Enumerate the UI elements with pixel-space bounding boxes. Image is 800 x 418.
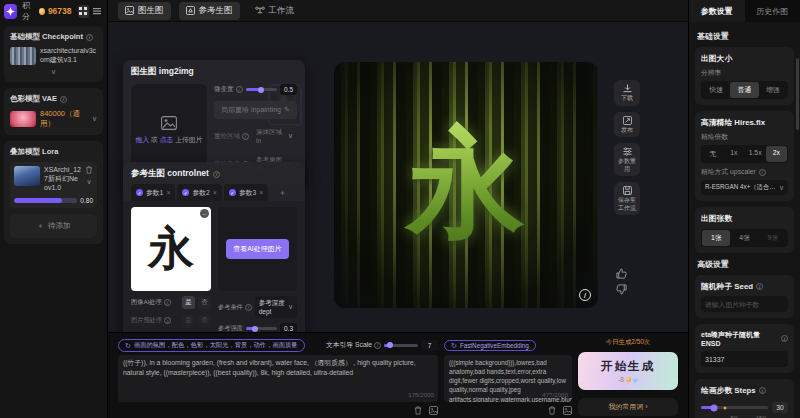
reuse-params-button[interactable]: 参数重用 (614, 143, 640, 176)
positive-prompt-input[interactable]: ((竹子)), in a blooming garden, (fresh and… (118, 355, 438, 402)
info-icon[interactable] (759, 387, 766, 394)
info-icon[interactable] (213, 171, 220, 178)
count-1[interactable]: 1张 (702, 230, 730, 246)
save-image-icon[interactable] (563, 406, 572, 415)
info-icon[interactable] (60, 96, 67, 103)
lora-weight-slider[interactable]: 0.80 (14, 197, 93, 204)
slider-thumb[interactable] (258, 87, 264, 93)
controlnet-tab-2[interactable]: 参数2 (177, 184, 221, 201)
trash-icon[interactable] (548, 406, 556, 415)
reference-image[interactable]: 永 − (131, 207, 211, 291)
favorite-words-button[interactable]: 我的常用词 › (578, 398, 678, 416)
hires-2x[interactable]: 2x (766, 146, 787, 162)
resolution-fast[interactable]: 快速 (702, 82, 730, 98)
save-image-icon[interactable] (429, 406, 438, 415)
info-icon[interactable] (756, 283, 763, 290)
generate-button[interactable]: 开始生成 -8 (578, 352, 678, 390)
resolution-normal[interactable]: 普通 (730, 82, 758, 98)
thumbs-up-icon[interactable] (616, 268, 627, 279)
slider-thumb[interactable] (711, 404, 718, 411)
hires-scale-label: 精绘倍数 (701, 132, 788, 142)
tab-parameters[interactable]: 参数设置 (689, 0, 745, 22)
cfg-scale-slider[interactable] (384, 344, 418, 347)
condition-select[interactable]: 参考深度 dept (255, 296, 297, 318)
chevron-down-icon[interactable] (86, 178, 91, 186)
info-icon[interactable] (781, 335, 788, 342)
seed-input[interactable] (701, 296, 788, 312)
settings-body: 基础设置 出图大小 分辨率 快速 普通 增强 高清精绘 Hires.fix 精绘… (689, 22, 800, 418)
add-lora-button[interactable]: ＋ 待添加 (10, 214, 97, 238)
slider-thumb[interactable] (387, 342, 393, 348)
info-icon[interactable] (164, 317, 171, 324)
positive-char-count: 175/2000 (408, 391, 434, 400)
close-icon[interactable] (213, 189, 217, 196)
generated-image[interactable]: 永 i (334, 62, 598, 308)
count-9[interactable]: 9张 (759, 230, 787, 246)
info-icon[interactable] (164, 299, 171, 306)
vae-select[interactable]: 840000（通用） (10, 109, 97, 129)
image-info-icon[interactable]: i (579, 289, 591, 301)
slider-thumb[interactable] (252, 326, 258, 332)
publish-button[interactable]: 发布 (614, 112, 640, 138)
preprocess-no[interactable]: 否 (198, 314, 211, 327)
slider-track[interactable] (14, 198, 77, 203)
negative-prompt-input[interactable]: (((simple background))),lowres,bad anato… (444, 355, 572, 402)
trash-icon[interactable] (414, 406, 422, 415)
grid-view-button[interactable] (78, 5, 89, 18)
info-icon[interactable] (759, 169, 766, 176)
trash-icon[interactable] (85, 166, 93, 174)
region-select[interactable]: 涂抹区域 in (252, 125, 297, 147)
ensd-input[interactable]: 31337 (701, 351, 788, 367)
count-4[interactable]: 4张 (730, 230, 758, 246)
close-icon[interactable] (166, 189, 170, 196)
slider-track[interactable] (701, 406, 768, 409)
grid-icon (79, 7, 87, 15)
tab-ref-gen[interactable]: 参考生图 (179, 2, 240, 20)
menu-button[interactable] (92, 5, 103, 18)
tab-img2img[interactable]: 图生图 (118, 2, 171, 20)
positive-prompt-actions (118, 405, 438, 416)
hires-15x[interactable]: 1.5x (745, 146, 766, 162)
thumbs-down-icon[interactable] (616, 284, 627, 295)
view-ai-image-button[interactable]: 查看AI处理图片 (226, 239, 289, 259)
download-button[interactable]: 下载 (614, 80, 640, 106)
cfg-scale-group: 文本引导 Scale 7 (326, 340, 438, 351)
ai-process-no[interactable]: 否 (198, 296, 211, 309)
controlnet-tab-3[interactable]: 参数3 (224, 184, 268, 201)
checkpoint-item[interactable]: xsarchitecturalv3com建筑v3.1 (10, 47, 97, 65)
resolution-enhance[interactable]: 增强 (759, 82, 787, 98)
denoise-slider[interactable] (246, 88, 278, 91)
upscaler-select[interactable]: R-ESRGAN 4x+（适合多种风 (701, 180, 788, 195)
controlnet-tab-1[interactable]: 参数1 (131, 184, 175, 201)
hires-1x[interactable]: 1x (723, 146, 744, 162)
info-icon[interactable] (236, 86, 243, 93)
steps-slider[interactable]: 30 (701, 402, 788, 413)
info-icon[interactable] (374, 342, 381, 349)
credits-label: 积分 (22, 0, 36, 22)
negative-embedding-pill[interactable]: FastNegativeEmbedding (444, 340, 536, 351)
add-controlnet-tab[interactable]: ＋ (270, 184, 294, 201)
scrollbar-thumb[interactable] (796, 58, 799, 130)
hires-none[interactable]: 无 (702, 146, 723, 162)
controlnet-tabs: 参数1 参数2 参数3 ＋ (123, 184, 305, 201)
ai-process-row: 图像AI处理 是 否 (131, 296, 211, 309)
save-to-workflow-button[interactable]: 保存至工作流 (614, 182, 640, 215)
remove-image-icon[interactable]: − (200, 209, 209, 218)
inpainting-button[interactable]: 局部重绘 inpainting ✎ (214, 101, 297, 119)
checkpoint-expand[interactable] (10, 68, 97, 76)
vae-header: 色彩模型 VAE (10, 94, 97, 104)
steps-card: 绘画步数 Steps 30 50 150 (695, 379, 794, 418)
tab-history[interactable]: 历史作图 (745, 0, 800, 22)
close-icon[interactable] (259, 189, 263, 196)
ai-process-yes[interactable]: 是 (182, 296, 195, 309)
info-icon[interactable] (86, 34, 93, 41)
negative-prompt-column: FastNegativeEmbedding (((simple backgrou… (444, 338, 572, 416)
info-icon[interactable] (245, 304, 252, 311)
app-logo[interactable] (4, 4, 17, 19)
preprocess-yes[interactable]: 是 (182, 314, 195, 327)
style-tags-pill[interactable]: 画面的氛围，配色，色彩，太阳光，背景，动作，画面质量 (118, 339, 305, 352)
lora-row[interactable]: XSArchi_127新科幻Neov1.0 (14, 166, 93, 192)
info-icon[interactable] (242, 133, 249, 140)
tab-workflow[interactable]: 工作流 (248, 2, 302, 20)
strength-slider[interactable] (246, 327, 277, 330)
